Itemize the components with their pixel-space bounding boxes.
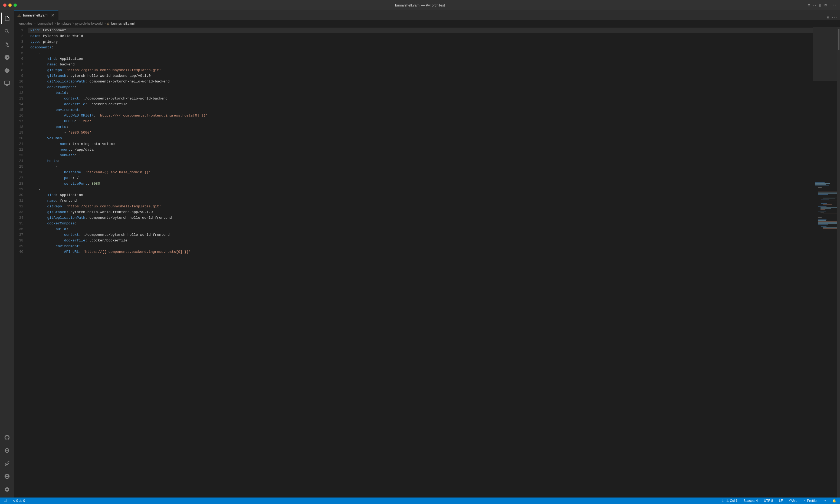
sidebar-item-leaf[interactable]	[1, 457, 13, 469]
more-tab-actions-icon[interactable]: ···	[832, 16, 838, 20]
code-line[interactable]: name: frontend	[28, 198, 813, 203]
code-line[interactable]: dockerCompose:	[28, 84, 813, 90]
code-line[interactable]: components:	[28, 44, 813, 50]
code-line[interactable]: build:	[28, 90, 813, 96]
code-line[interactable]: -	[28, 164, 813, 169]
status-eol[interactable]: LF	[778, 499, 784, 503]
code-line[interactable]: name: PyTorch Hello World	[28, 33, 813, 39]
sidebar-item-search[interactable]	[1, 25, 13, 37]
code-token: :	[56, 56, 60, 62]
code-token: 'https://github.com/bunnyshell/templates…	[66, 67, 161, 73]
code-line[interactable]: DEBUG: 'True'	[28, 119, 813, 124]
code-token	[30, 169, 64, 175]
code-token: dockerCompose	[47, 221, 74, 226]
code-line[interactable]: gitApplicationPath: components/pytorch-h…	[28, 215, 813, 221]
code-line[interactable]: context: ./components/pytorch-hello-worl…	[28, 96, 813, 102]
code-line[interactable]: servicePort: 8080	[28, 181, 813, 186]
layout-icon[interactable]: ⊟	[824, 3, 826, 7]
code-line[interactable]: gitBranch: pytorch-hello-world-backend-a…	[28, 73, 813, 79]
line-number: 29	[14, 186, 25, 192]
sidebar-item-source-control[interactable]	[1, 38, 13, 50]
code-line[interactable]: path: /	[28, 175, 813, 181]
code-line[interactable]: build:	[28, 226, 813, 232]
split-editor-icon[interactable]: ⊞	[808, 3, 810, 7]
code-line[interactable]: volumes:	[28, 136, 813, 141]
status-spaces[interactable]: Spaces: 4	[742, 499, 759, 503]
sidebar-item-docker[interactable]	[1, 445, 13, 456]
scrollbar-thumb[interactable]	[838, 29, 839, 50]
code-line[interactable]: - name: training-data-volume	[28, 141, 813, 147]
code-line[interactable]: -	[28, 186, 813, 192]
code-line[interactable]: name: backend	[28, 62, 813, 67]
sidebar-item-account[interactable]	[1, 470, 13, 482]
code-line[interactable]: kind: Environment	[28, 28, 813, 33]
code-token	[30, 164, 56, 169]
status-branch[interactable]: ⎇	[3, 499, 8, 503]
status-errors-warnings[interactable]: ✕ 0 ⚠ 0	[11, 499, 26, 503]
code-line[interactable]: kind: Application	[28, 192, 813, 198]
more-actions-icon[interactable]: ···	[830, 3, 837, 7]
sidebar-item-settings[interactable]	[1, 483, 13, 496]
code-token: -	[56, 164, 60, 169]
code-token: .docker/Dockerfile	[89, 238, 127, 244]
code-line[interactable]: kind: Application	[28, 56, 813, 62]
code-line[interactable]: type: primary	[28, 39, 813, 44]
code-line[interactable]: -	[28, 50, 813, 56]
code-line[interactable]: dockerfile: .docker/Dockerfile	[28, 238, 813, 244]
breadcrumb-current-file[interactable]: bunnyshell.yaml	[111, 22, 135, 25]
breadcrumb-pytorch[interactable]: pytorch-hello-world	[75, 22, 103, 25]
tab-bunnyshell-yaml[interactable]: ⚠ bunnyshell.yaml ✕	[14, 11, 58, 20]
breadcrumb-warning-icon: ⚠	[107, 22, 110, 25]
sidebar-item-github[interactable]	[1, 432, 13, 444]
tab-close-button[interactable]: ✕	[50, 12, 55, 18]
breadcrumb-templates2[interactable]: templates	[57, 22, 71, 25]
code-content[interactable]: kind: Environmentname: PyTorch Hello Wor…	[28, 27, 813, 498]
code-line[interactable]: - '8080:5000'	[28, 130, 813, 136]
sidebar-item-files[interactable]	[1, 13, 13, 24]
scrollbar-track[interactable]	[837, 27, 840, 498]
code-line[interactable]: gitBranch: pytorch-hello-world-frontend-…	[28, 209, 813, 215]
code-line[interactable]: environment:	[28, 107, 813, 113]
code-line[interactable]: mount: /app/data	[28, 147, 813, 152]
sidebar-item-run[interactable]	[1, 51, 13, 63]
breadcrumb-bunnyshell[interactable]: .bunnyshell	[37, 22, 53, 25]
svg-rect-32	[818, 220, 826, 221]
code-line[interactable]: ports:	[28, 124, 813, 130]
code-line[interactable]: ALLOWED_ORIGIN: 'https://{{ components.f…	[28, 113, 813, 119]
code-line[interactable]: gitRepo: 'https://github.com/bunnyshell/…	[28, 203, 813, 209]
toggle-sidebar-icon[interactable]: ▯	[819, 3, 821, 7]
toggle-panel-icon[interactable]: ▭	[813, 3, 816, 7]
status-position[interactable]: Ln 1, Col 1	[721, 499, 738, 503]
code-line[interactable]: gitRepo: 'https://github.com/bunnyshell/…	[28, 67, 813, 73]
status-format-doc[interactable]: ⇥	[822, 499, 827, 503]
line-number: 18	[14, 124, 25, 130]
code-line[interactable]: gitApplicationPath: components/pytorch-h…	[28, 79, 813, 84]
code-token	[30, 147, 60, 152]
status-prettier[interactable]: ✓ Prettier	[802, 499, 819, 503]
code-line[interactable]: context: ./components/pytorch-hello-worl…	[28, 232, 813, 238]
line-number: 17	[14, 119, 25, 124]
code-token: environment	[56, 107, 79, 113]
prettier-check-icon: ✓	[803, 499, 806, 503]
code-line[interactable]: environment:	[28, 244, 813, 249]
close-button[interactable]	[3, 3, 6, 7]
svg-rect-19	[821, 203, 827, 204]
code-line[interactable]: hosts:	[28, 158, 813, 164]
maximize-button[interactable]	[14, 3, 17, 7]
code-line[interactable]: API_URL: 'https://{{ components.backend.…	[28, 249, 813, 255]
sidebar-item-remote-explorer[interactable]	[1, 77, 13, 89]
minimap[interactable]	[813, 27, 837, 498]
split-editor-right-icon[interactable]: ⊟	[827, 15, 829, 20]
code-line[interactable]: hostname: 'backend-{{ env.base_domain }}…	[28, 169, 813, 175]
status-language[interactable]: YAML	[788, 499, 799, 503]
sidebar-item-extensions[interactable]	[1, 64, 13, 76]
minimize-button[interactable]	[8, 3, 12, 7]
code-line[interactable]: dockerCompose:	[28, 221, 813, 226]
line-number: 13	[14, 96, 25, 102]
breadcrumb-templates[interactable]: templates	[18, 22, 33, 25]
code-line[interactable]: subPath: ''	[28, 152, 813, 158]
code-line[interactable]: dockerfile: .docker/Dockerfile	[28, 102, 813, 107]
svg-rect-31	[818, 219, 826, 219]
status-notifications[interactable]: 🔔	[831, 499, 837, 503]
status-encoding[interactable]: UTF-8	[763, 499, 774, 503]
